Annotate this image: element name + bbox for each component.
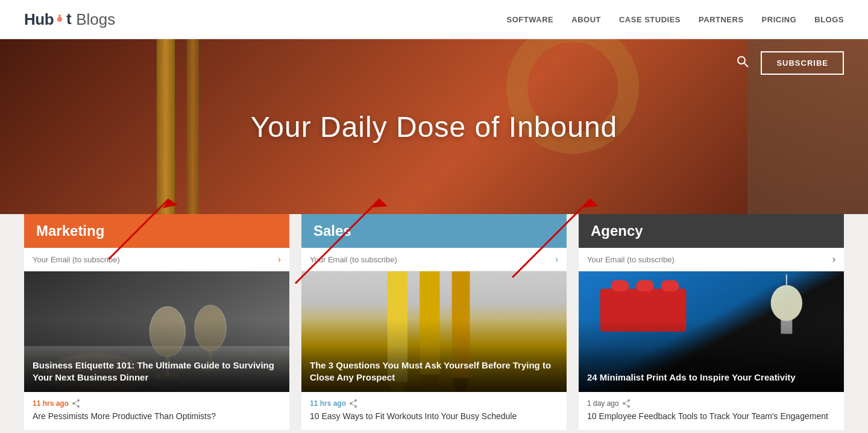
svg-line-18 <box>74 400 78 403</box>
sales-secondary: 11 hrs ago 10 Easy Ways to Fit Workouts … <box>301 392 567 431</box>
logo-area: Hub t Blogs <box>24 10 507 29</box>
nav-links: SOFTWARE ABOUT CASE STUDIES PARTNERS PRI… <box>507 14 844 25</box>
sales-email-input[interactable] <box>310 255 555 264</box>
agency-title: Agency <box>591 223 643 239</box>
svg-line-34 <box>351 403 356 406</box>
marketing-featured-title: Business Etiquette 101: The Ultimate Gui… <box>24 351 289 393</box>
nav-item-blogs[interactable]: BLOGS <box>814 14 844 25</box>
marketing-secondary: 11 hrs ago Are Pessimists More Productiv… <box>24 392 289 431</box>
marketing-email-input[interactable] <box>33 255 278 264</box>
marketing-article-meta: 11 hrs ago <box>33 399 281 408</box>
sales-time: 11 hrs ago <box>310 399 346 408</box>
agency-email-input[interactable] <box>587 255 832 264</box>
agency-email-row: › <box>579 248 844 271</box>
sales-featured-title: The 3 Questions You Must Ask Yourself Be… <box>301 351 567 393</box>
agency-secondary: 1 day ago 10 Employee Feedback Tools to … <box>579 392 844 431</box>
nav-item-partners[interactable]: PARTNERS <box>699 14 744 25</box>
agency-article-meta: 1 day ago <box>587 399 835 408</box>
nav-item-software[interactable]: SOFTWARE <box>507 14 554 25</box>
agency-subscribe-arrow[interactable]: › <box>832 254 835 265</box>
agency-time: 1 day ago <box>587 399 619 408</box>
marketing-featured-thumb[interactable]: Business Etiquette 101: The Ultimate Gui… <box>24 271 289 392</box>
columns-grid: Marketing › <box>24 214 844 431</box>
marketing-subscribe-arrow[interactable]: › <box>278 254 281 265</box>
sales-email-row: › <box>301 248 567 271</box>
svg-line-47 <box>624 400 629 403</box>
logo[interactable]: Hub t <box>24 10 71 29</box>
share-icon[interactable] <box>623 399 631 408</box>
svg-line-33 <box>351 400 356 403</box>
subscribe-button[interactable]: SUBSCRIBE <box>761 51 844 75</box>
hero-section: SUBSCRIBE Your Daily Dose of Inbound <box>0 39 868 214</box>
hubspot-icon <box>54 14 65 25</box>
search-button[interactable] <box>737 55 749 71</box>
hero-title: Your Daily Dose of Inbound <box>251 110 618 144</box>
marketing-header: Marketing <box>24 214 289 248</box>
sales-secondary-title[interactable]: 10 Easy Ways to Fit Workouts Into Your B… <box>310 411 558 423</box>
pillar-left <box>157 39 175 214</box>
pillar-left2 <box>187 39 199 214</box>
marketing-column: Marketing › <box>24 214 289 431</box>
nav-item-pricing[interactable]: PRICING <box>762 14 797 25</box>
logo-blogs: Blogs <box>76 10 115 29</box>
svg-line-19 <box>74 403 78 406</box>
svg-line-4 <box>744 63 748 67</box>
share-icon[interactable] <box>350 399 358 408</box>
svg-point-1 <box>58 14 61 17</box>
agency-featured-thumb[interactable]: 24 Minimalist Print Ads to Inspire Your … <box>579 271 844 392</box>
sales-subscribe-arrow[interactable]: › <box>555 254 558 265</box>
marketing-secondary-title[interactable]: Are Pessimists More Productive Than Opti… <box>33 411 281 423</box>
navbar: Hub t Blogs SOFTWARE ABOUT CASE STUDIES … <box>0 0 868 39</box>
hero-content: Your Daily Dose of Inbound <box>251 110 618 144</box>
agency-header: Agency <box>579 214 844 248</box>
hero-actions: SUBSCRIBE <box>737 51 844 75</box>
sales-title: Sales <box>313 223 351 239</box>
agency-column: Agency › <box>579 214 844 431</box>
svg-point-3 <box>738 57 745 64</box>
share-icon[interactable] <box>72 399 81 408</box>
svg-rect-41 <box>781 320 792 334</box>
sales-column: Sales › <box>301 214 567 431</box>
marketing-email-row: › <box>24 248 289 271</box>
marketing-time: 11 hrs ago <box>33 399 69 408</box>
marketing-title: Marketing <box>36 223 104 239</box>
nav-item-case-studies[interactable]: CASE STUDIES <box>619 14 681 25</box>
content-area: Marketing › <box>0 214 868 433</box>
nav-item-about[interactable]: ABOUT <box>571 14 601 25</box>
agency-featured-title: 24 Minimalist Print Ads to Inspire Your … <box>579 363 844 392</box>
sales-article-meta: 11 hrs ago <box>310 399 558 408</box>
search-icon <box>737 55 749 68</box>
agency-secondary-title[interactable]: 10 Employee Feedback Tools to Track Your… <box>587 411 835 423</box>
sales-header: Sales <box>301 214 567 248</box>
sales-featured-thumb[interactable]: The 3 Questions You Must Ask Yourself Be… <box>301 271 567 392</box>
svg-line-48 <box>624 403 629 406</box>
